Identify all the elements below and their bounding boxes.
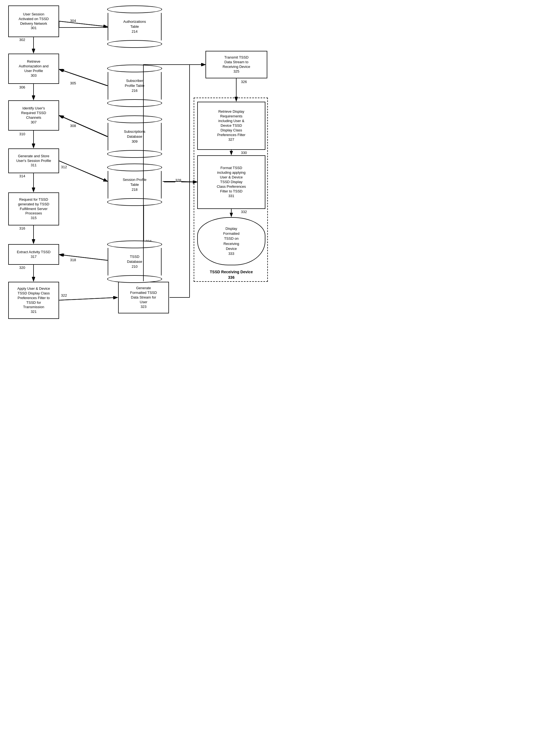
label-318: 318 bbox=[70, 258, 76, 262]
label-308: 308 bbox=[70, 124, 76, 128]
cylinder-216-label: Subscriber Profile Table 216 bbox=[125, 78, 144, 93]
box-315-label: Request for TSSD generated by TSSD Fulfi… bbox=[18, 197, 50, 220]
label-330: 330 bbox=[241, 151, 247, 155]
box-321-label: Apply User & Device TSSD Display Class P… bbox=[17, 286, 50, 314]
box-323: Generate Formatted TSSD Data Stream for … bbox=[118, 282, 169, 314]
cylinder-309: Subscriptions Database 309 bbox=[107, 116, 162, 158]
label-304: 304 bbox=[70, 19, 76, 23]
cylinder-214-label: Authorizations Table 214 bbox=[123, 19, 146, 35]
tssd-device-label: TSSD Receiving Device 336 bbox=[197, 269, 265, 280]
box-323-label: Generate Formatted TSSD Data Stream for … bbox=[130, 286, 157, 309]
label-332: 332 bbox=[241, 210, 247, 214]
diagram: User Session Activated on TSSD Delivery … bbox=[0, 0, 276, 378]
box-315: Request for TSSD generated by TSSD Fulfi… bbox=[8, 193, 59, 225]
label-310: 310 bbox=[19, 132, 25, 136]
label-316: 316 bbox=[19, 226, 25, 230]
label-314: 314 bbox=[19, 174, 25, 178]
label-328: 328 bbox=[175, 178, 181, 182]
label-322: 322 bbox=[61, 293, 67, 297]
svg-line-14 bbox=[60, 255, 108, 260]
svg-line-9 bbox=[60, 116, 108, 137]
cylinder-214: Authorizations Table 214 bbox=[107, 5, 162, 48]
svg-line-7 bbox=[60, 69, 108, 86]
box-325-label: Transmit TSSD Data Stream to Receiving D… bbox=[223, 55, 250, 74]
cylinder-218: Session Profile Table 218 bbox=[107, 163, 162, 206]
box-317-label: Extract Activity TSSD 317 bbox=[17, 250, 51, 259]
box-301: User Session Activated on TSSD Delivery … bbox=[8, 5, 59, 37]
label-312: 312 bbox=[61, 165, 67, 169]
box-301-label: User Session Activated on TSSD Delivery … bbox=[19, 12, 49, 31]
blob-333-label: Display Formatted TSSD on Receiving Devi… bbox=[223, 226, 239, 256]
cylinder-218-label: Session Profile Table 218 bbox=[123, 177, 147, 193]
box-327-label: Retrieve Display Requirements including … bbox=[217, 110, 246, 142]
svg-line-11 bbox=[59, 161, 108, 182]
box-331-label: Format TSSD including applying User & De… bbox=[217, 166, 246, 198]
label-302: 302 bbox=[19, 38, 25, 42]
box-321: Apply User & Device TSSD Display Class P… bbox=[8, 282, 59, 319]
cylinder-210-label: TSSD Database 210 bbox=[127, 254, 142, 269]
svg-line-6 bbox=[59, 21, 108, 27]
box-307-label: Identify User's Required TSSD Channels 3… bbox=[21, 106, 46, 125]
cylinder-216: Subscriber Profile Table 216 bbox=[107, 65, 162, 107]
svg-line-34 bbox=[59, 297, 117, 300]
box-307: Identify User's Required TSSD Channels 3… bbox=[8, 100, 59, 131]
box-311: Generate and Store User's Session Profil… bbox=[8, 148, 59, 173]
cylinder-210: TSSD Database 210 bbox=[107, 240, 162, 283]
box-327: Retrieve Display Requirements including … bbox=[197, 102, 265, 150]
box-303: Retrieve Authoriazation and User Profile… bbox=[8, 54, 59, 84]
box-311-label: Generate and Store User's Session Profil… bbox=[16, 154, 51, 168]
svg-line-16 bbox=[59, 297, 117, 300]
cylinder-309-label: Subscriptions Database 309 bbox=[124, 129, 145, 144]
label-305: 305 bbox=[70, 81, 76, 85]
svg-line-30 bbox=[59, 161, 107, 182]
label-326: 326 bbox=[241, 80, 247, 84]
box-325: Transmit TSSD Data Stream to Receiving D… bbox=[206, 51, 267, 78]
blob-333: Display Formatted TSSD on Receiving Devi… bbox=[197, 217, 265, 265]
box-331: Format TSSD including applying User & De… bbox=[197, 155, 265, 209]
box-317: Extract Activity TSSD 317 bbox=[8, 244, 59, 265]
label-306: 306 bbox=[19, 85, 25, 89]
label-320: 320 bbox=[19, 266, 25, 270]
box-303-label: Retrieve Authoriazation and User Profile… bbox=[19, 59, 48, 78]
